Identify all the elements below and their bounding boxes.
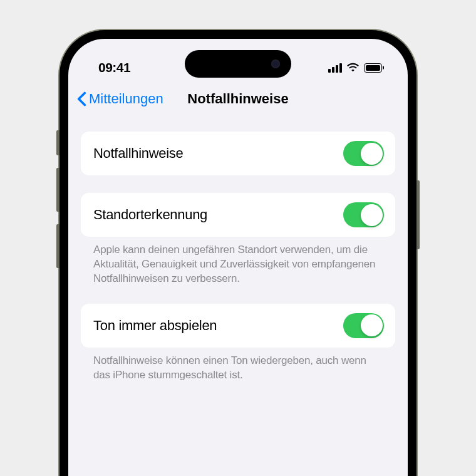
cellular-signal-icon: [328, 63, 342, 73]
screen: 09:41: [68, 39, 408, 476]
toggle-always-play-sound[interactable]: [343, 313, 384, 338]
back-button[interactable]: Mitteilungen: [77, 91, 163, 107]
battery-icon: [364, 63, 384, 73]
chevron-left-icon: [77, 91, 86, 106]
phone-frame: 09:41: [59, 30, 416, 476]
row-location-detection: Standorterkennung: [81, 193, 395, 237]
status-icons: [328, 63, 384, 73]
toggle-knob: [361, 314, 383, 336]
row-always-play-sound: Ton immer abspielen: [81, 304, 395, 348]
front-camera: [271, 59, 280, 68]
navigation-bar: Mitteilungen Notfallhinweise: [68, 83, 408, 115]
settings-group-sound: Ton immer abspielen Notfallhinweise könn…: [81, 304, 395, 383]
back-label: Mitteilungen: [89, 91, 163, 107]
status-time: 09:41: [98, 60, 130, 75]
row-emergency-alerts: Notfallhinweise: [81, 132, 395, 175]
volume-down-button: [56, 224, 59, 268]
settings-content: Notfallhinweise Standorterkennung Apple …: [68, 115, 408, 383]
toggle-knob: [361, 204, 383, 226]
row-label: Ton immer abspielen: [93, 318, 217, 334]
power-button: [416, 180, 420, 249]
settings-group-emergency: Notfallhinweise: [81, 132, 395, 175]
footer-sound: Notfallhinweise können einen Ton wiederg…: [81, 348, 395, 383]
volume-up-button: [56, 168, 59, 212]
toggle-location-detection[interactable]: [343, 202, 384, 227]
toggle-emergency-alerts[interactable]: [343, 141, 384, 166]
row-label: Standorterkennung: [93, 207, 207, 223]
mute-switch: [56, 130, 59, 155]
dynamic-island: [185, 50, 291, 78]
toggle-knob: [361, 143, 383, 165]
page-title: Notfallhinweise: [187, 91, 288, 107]
settings-group-location: Standorterkennung Apple kann deinen unge…: [81, 193, 395, 286]
row-label: Notfallhinweise: [93, 145, 183, 162]
wifi-icon: [346, 63, 360, 73]
footer-location: Apple kann deinen ungefähren Standort ve…: [81, 237, 395, 286]
